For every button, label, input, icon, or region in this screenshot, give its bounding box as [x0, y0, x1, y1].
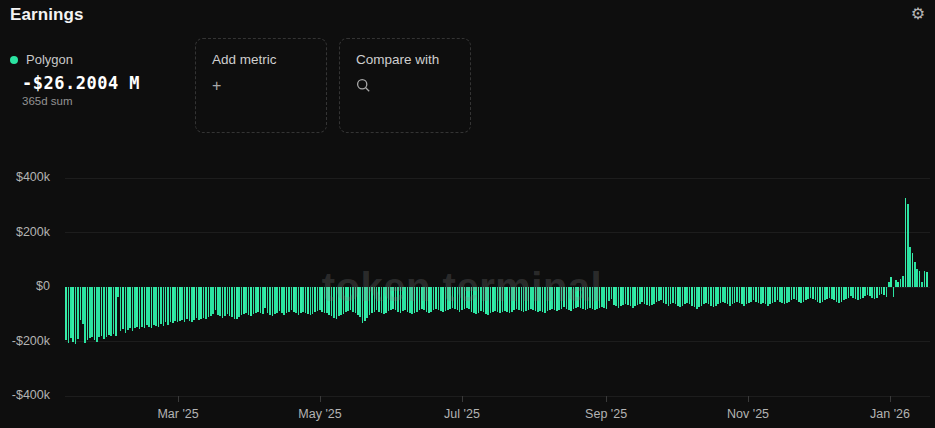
bar[interactable]: [336, 287, 338, 319]
bar[interactable]: [713, 287, 715, 307]
bar[interactable]: [708, 287, 710, 304]
bar[interactable]: [843, 287, 845, 300]
bar[interactable]: [867, 287, 869, 295]
bar[interactable]: [554, 287, 556, 310]
bar[interactable]: [679, 287, 681, 307]
bar[interactable]: [464, 287, 466, 309]
bar[interactable]: [893, 287, 895, 297]
bar[interactable]: [705, 287, 707, 303]
bar[interactable]: [435, 287, 437, 309]
bar[interactable]: [566, 287, 568, 309]
bar[interactable]: [407, 287, 409, 312]
bar[interactable]: [767, 287, 769, 306]
bar[interactable]: [357, 287, 359, 315]
bar[interactable]: [765, 287, 767, 304]
bar[interactable]: [82, 287, 84, 324]
bar[interactable]: [663, 287, 665, 303]
bar[interactable]: [769, 287, 771, 304]
bar[interactable]: [855, 287, 857, 299]
bar[interactable]: [475, 287, 477, 314]
bar[interactable]: [817, 287, 819, 302]
bar[interactable]: [291, 287, 293, 310]
bar[interactable]: [791, 287, 793, 300]
bar[interactable]: [91, 287, 93, 337]
bar[interactable]: [788, 287, 790, 302]
bar[interactable]: [921, 282, 923, 287]
bar[interactable]: [549, 287, 551, 310]
bar[interactable]: [521, 287, 523, 311]
bar[interactable]: [900, 279, 902, 287]
bar[interactable]: [438, 287, 440, 310]
bar[interactable]: [696, 287, 698, 309]
bar[interactable]: [224, 287, 226, 316]
bar[interactable]: [615, 287, 617, 306]
bar[interactable]: [210, 287, 212, 316]
bar[interactable]: [810, 287, 812, 298]
bar[interactable]: [250, 287, 252, 316]
bar[interactable]: [646, 287, 648, 305]
bar[interactable]: [106, 287, 108, 337]
bar[interactable]: [798, 287, 800, 302]
bar[interactable]: [611, 287, 613, 299]
bar[interactable]: [362, 287, 364, 323]
bar[interactable]: [471, 287, 473, 312]
bar[interactable]: [347, 287, 349, 311]
bar[interactable]: [369, 287, 371, 315]
bar[interactable]: [293, 287, 295, 312]
bar[interactable]: [487, 287, 489, 315]
bar[interactable]: [897, 282, 899, 287]
bar[interactable]: [298, 287, 300, 315]
bar[interactable]: [388, 287, 390, 311]
bar[interactable]: [848, 287, 850, 298]
bar[interactable]: [234, 287, 236, 319]
bar[interactable]: [864, 287, 866, 296]
bar[interactable]: [122, 287, 124, 329]
bar[interactable]: [248, 287, 250, 315]
bar[interactable]: [222, 287, 224, 318]
bar[interactable]: [833, 287, 835, 300]
bar[interactable]: [184, 287, 186, 322]
bar[interactable]: [658, 287, 660, 301]
bar[interactable]: [452, 287, 454, 308]
bar[interactable]: [774, 287, 776, 302]
bar[interactable]: [905, 198, 907, 287]
bar[interactable]: [129, 287, 131, 328]
bar[interactable]: [544, 287, 546, 313]
bar[interactable]: [644, 287, 646, 304]
bar[interactable]: [283, 287, 285, 315]
settings-gear-icon[interactable]: ⚙: [911, 6, 925, 22]
bar[interactable]: [717, 287, 719, 304]
bar[interactable]: [319, 287, 321, 310]
bar[interactable]: [499, 287, 501, 313]
bar[interactable]: [186, 287, 188, 319]
bar[interactable]: [594, 287, 596, 310]
bar[interactable]: [506, 287, 508, 312]
bar[interactable]: [620, 287, 622, 306]
bar[interactable]: [461, 287, 463, 310]
bar[interactable]: [300, 287, 302, 313]
bar[interactable]: [608, 287, 610, 301]
bar[interactable]: [826, 287, 828, 299]
bar[interactable]: [155, 287, 157, 326]
bar[interactable]: [392, 287, 394, 309]
bar[interactable]: [217, 287, 219, 315]
bar[interactable]: [656, 287, 658, 302]
bar[interactable]: [509, 287, 511, 313]
bar[interactable]: [94, 287, 96, 340]
bar[interactable]: [208, 287, 210, 317]
bar[interactable]: [807, 287, 809, 299]
bar[interactable]: [366, 287, 368, 318]
bar[interactable]: [72, 287, 74, 342]
bar[interactable]: [698, 287, 700, 307]
bar[interactable]: [682, 287, 684, 306]
bar[interactable]: [231, 287, 233, 317]
bar[interactable]: [243, 287, 245, 314]
bar[interactable]: [601, 287, 603, 307]
bar[interactable]: [473, 287, 475, 313]
bar[interactable]: [819, 287, 821, 303]
bar[interactable]: [879, 287, 881, 295]
bar[interactable]: [264, 287, 266, 308]
bar[interactable]: [850, 287, 852, 296]
bar[interactable]: [668, 287, 670, 306]
bar[interactable]: [502, 287, 504, 312]
